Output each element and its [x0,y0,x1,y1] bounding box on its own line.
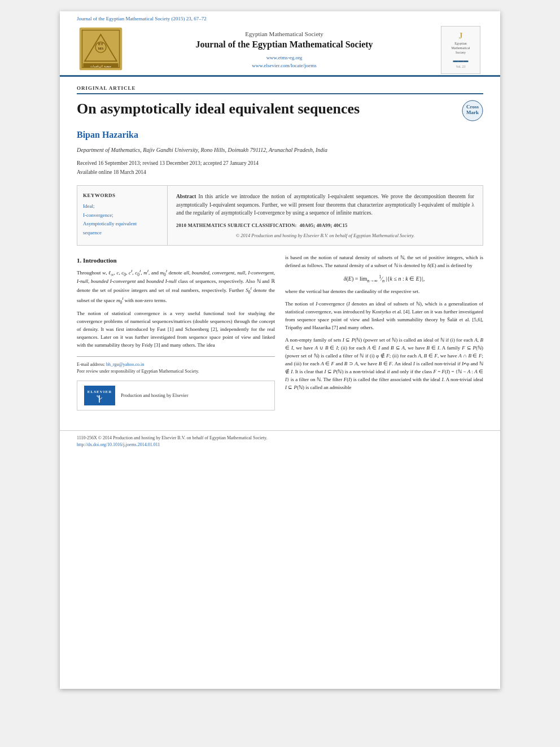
keyword-3: Asymptotically equivalent [83,220,161,228]
society-name: Egyptian Mathematical Society [133,30,435,37]
svg-text:ET: ET [98,42,103,46]
footer-issn: 1110-256X © 2014 Production and hosting … [77,435,483,440]
article-type: ORIGINAL ARTICLE [77,85,483,94]
svg-text:Mark: Mark [466,110,479,115]
right-intro-start: is based on the notion of natural densit… [285,254,483,270]
footnote-peer-review: Peer review under responsibility of Egyp… [77,368,275,375]
crossmark-badge[interactable]: Cross Mark [462,100,483,121]
column-right: is based on the notion of natural densit… [285,254,483,410]
keyword-4: sequence [83,229,161,237]
url2[interactable]: www.elsevier.com/locate/joems [133,62,435,69]
article-title: On asymptotically ideal equivalent seque… [77,100,456,117]
journal-cover-image: J EgyptianMathematicalSociety ▬▬▬ Vol. 2… [441,26,480,74]
journal-title-header: Journal of the Egyptian Mathematical Soc… [133,39,435,51]
keyword-1: Ideal; [83,203,161,210]
svg-text:Cross: Cross [466,104,479,110]
page: Journal of the Egyptian Mathematical Soc… [60,11,500,689]
after-formula: where the vertical bar denotes the cardi… [285,288,483,296]
header-content: ET MS جمعية الرياضيات Egyptian Mathemati… [77,25,483,75]
intro-para1: Throughout w, ℓ∞, c, c0, cI, c0I, mI, an… [77,268,275,305]
copyright-line: © 2014 Production and hosting by Elsevie… [176,233,474,238]
article-title-row: On asymptotically ideal equivalent seque… [77,100,483,121]
keyword-2: I-convergence; [83,212,161,219]
abstract-section: KEYWORDS Ideal; I-convergence; Asymptoti… [77,185,483,246]
affiliation: Department of Mathematics, Rajiv Gandhi … [77,147,483,153]
abstract-body: In this article we introduce the notion … [176,194,474,216]
column-left: 1. Introduction Throughout w, ℓ∞, c, c0,… [77,254,275,410]
abstract-box: Abstract In this article we introduce th… [168,186,483,245]
elsevier-production-text: Production and hosting by Elsevier [121,392,188,398]
section1-heading: 1. Introduction [77,257,275,264]
footer-doi[interactable]: http://dx.doi.org/10.1016/j.joems.2014.0… [77,442,483,447]
header-center: Egyptian Mathematical Society Journal of… [133,30,435,70]
classification-line: 2010 MATHEMATICS SUBJECT CLASSIFICATION:… [176,222,474,228]
dates-received: Received 16 September 2013; revised 13 D… [77,159,483,177]
email-link[interactable]: bh_rgu@yahoo.co.in [106,362,144,367]
main-content: 1. Introduction Throughout w, ℓ∞, c, c0,… [77,254,483,410]
elsevier-logo: ELSEVIER [84,386,115,405]
elsevier-footer: ELSEVIER Production and hosting by Elsev… [77,381,275,410]
intro-para2: The notion of statistical convergence is… [77,310,275,350]
svg-text:MS: MS [98,46,104,50]
article-body: ORIGINAL ARTICLE On asymptotically ideal… [60,77,500,422]
page-footer: 1110-256X © 2014 Production and hosting … [60,430,500,452]
footnote-divider [77,356,275,357]
density-formula: δ(E) = limn→∞ 1⁄n |{k ≤ n : k ∈ E}|, [285,274,483,283]
logo-right: J EgyptianMathematicalSociety ▬▬▬ Vol. 2… [441,26,483,74]
journal-link: Journal of the Egyptian Mathematical Soc… [77,16,483,21]
nonempty-para: A non-empty family of sets I ⊆ P(ℕ) (pow… [285,337,483,392]
footnote-email: E-mail address: bh_rgu@yahoo.co.in [77,361,275,368]
journal-header: Journal of the Egyptian Mathematical Soc… [60,11,500,77]
url1[interactable]: www.etms-eg.org [133,54,435,62]
abstract-text: Abstract In this article we introduce th… [176,193,474,217]
author-name: Bipan Hazarika [77,130,483,140]
abstract-label: Abstract [176,194,196,199]
svg-text:ELSEVIER: ELSEVIER [88,390,112,394]
header-links: www.etms-eg.org www.elsevier.com/locate/… [133,54,435,70]
society-logo-left: ET MS جمعية الرياضيات [77,25,128,75]
keywords-title: KEYWORDS [83,193,161,198]
keywords-box: KEYWORDS Ideal; I-convergence; Asymptoti… [77,186,168,245]
iconvergence-para: The notion of I-convergence (I denotes a… [285,300,483,332]
